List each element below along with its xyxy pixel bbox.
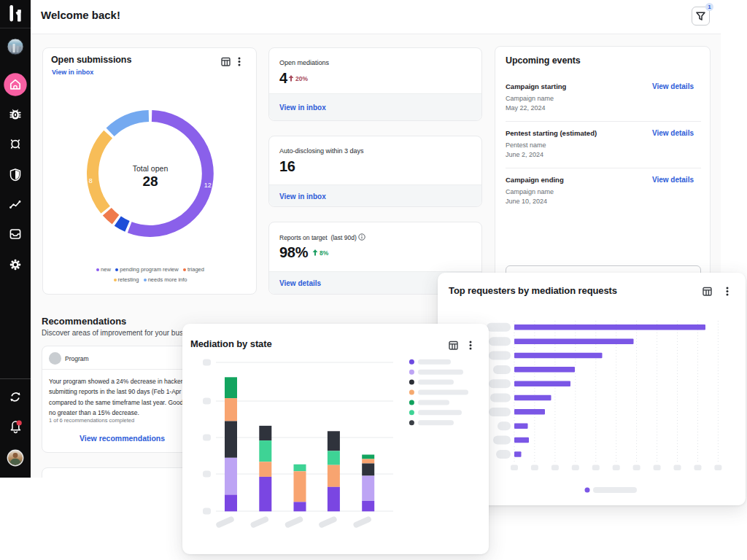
svg-text:28: 28 — [142, 174, 158, 189]
svg-text:Total open: Total open — [133, 164, 169, 173]
svg-text:12: 12 — [204, 182, 212, 189]
svg-text:8: 8 — [89, 177, 93, 184]
